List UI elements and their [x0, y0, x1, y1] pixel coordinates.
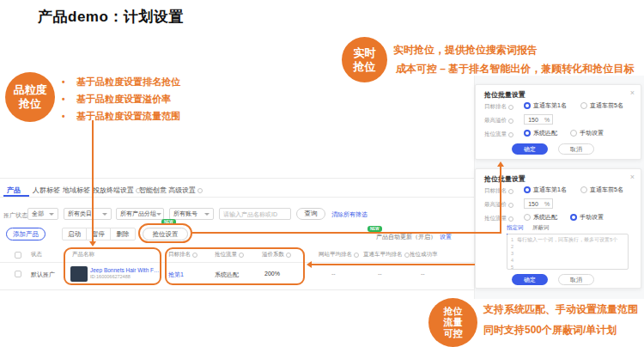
connector-line-to-table	[312, 264, 475, 265]
radio-rank-1[interactable]: 直通车第1名	[524, 101, 567, 110]
realtime-note-2: 成本可控 – 基于排名智能出价，兼顾转化和抢位目标	[396, 62, 634, 76]
account-select-value: 所有账号	[173, 210, 197, 218]
radio-manual-set[interactable]: 手动设置	[570, 213, 604, 222]
highlight-box-product-name	[64, 247, 161, 285]
slide-canvas: 产品demo：计划设置 品粒度 抢位 • 基于品粒度设置排名抢位 • 基于品粒度…	[0, 0, 644, 347]
rank-traffic-label: 抢位流量	[484, 131, 513, 138]
rank-traffic-label-text: 抢位流量	[484, 131, 507, 138]
product-group-select[interactable]: 所有产品分组	[116, 208, 164, 220]
line-numbers: 1 2 3 4 5	[511, 236, 513, 267]
target-rank-label-text: 目标排名	[484, 187, 507, 195]
radio-on-icon	[524, 102, 531, 109]
add-product-button[interactable]: 添加产品	[6, 228, 46, 240]
radio-manual-set-label: 手动设置	[580, 129, 604, 137]
close-icon[interactable]: ×	[630, 174, 635, 181]
left-badge-line1: 品粒度	[14, 83, 47, 97]
batch-rank-dialog-system: 抢位批量设置 × 目标排名 直通车第1名 直通车前5名 最高溢价 150 % 抢…	[475, 84, 641, 160]
bullet-icon: •	[62, 112, 65, 121]
premium-unit: %	[542, 114, 553, 125]
radio-rank-top5-label: 直通车前5名	[590, 186, 623, 194]
tab-device-settings[interactable]: 投放终端设置	[93, 186, 141, 195]
premium-value-input[interactable]: 150	[524, 114, 543, 125]
info-icon	[508, 132, 513, 137]
chevron-down-icon	[204, 213, 210, 216]
tab-region-labels[interactable]: 地域标签	[63, 186, 90, 195]
radio-rank-top5[interactable]: 直通车前5名	[580, 101, 623, 110]
traffic-note-2: 同时支持500个屏蔽词/单计划	[483, 323, 617, 338]
radio-system-match[interactable]: 系统匹配	[524, 129, 557, 137]
chevron-down-icon	[102, 213, 107, 216]
page-title: 产品demo：计划设置	[38, 7, 184, 27]
info-icon	[508, 203, 513, 208]
radio-manual-set[interactable]: 手动设置	[570, 129, 604, 137]
radio-rank-top5[interactable]: 直通车前5名	[580, 186, 623, 194]
traffic-badge: 抢位 流量 可控	[428, 298, 477, 347]
tab-smart-creative[interactable]: 智能创意	[139, 186, 167, 195]
cancel-button[interactable]: 取消	[558, 143, 594, 155]
dialog-title: 抢位批量设置	[484, 174, 526, 184]
row-site-avg-rank: --	[331, 271, 336, 277]
delete-button[interactable]: 删除	[111, 228, 135, 240]
auto-update-settings-link[interactable]: 设置	[440, 233, 452, 241]
status-select[interactable]: 全部	[27, 208, 58, 220]
arrow-up-icon	[497, 161, 504, 167]
pause-button[interactable]: 暂停	[87, 228, 111, 240]
radio-rank-top5-label: 直通车前5名	[590, 101, 623, 110]
confirm-button[interactable]: 确定	[512, 274, 548, 285]
product-group-select-value: 所有产品分组	[120, 210, 156, 218]
realtime-badge: 实时 抢位	[342, 37, 387, 82]
radio-system-match-label: 系统匹配	[533, 213, 557, 222]
col-success-rate: 抢位成功率	[410, 251, 438, 259]
row-p4p-avg-rank: --	[378, 271, 382, 277]
tab-advanced-settings[interactable]: 高级设置	[168, 186, 203, 195]
info-icon	[197, 188, 203, 193]
tab-products[interactable]: 产品	[7, 186, 21, 195]
auto-update-status: 产品自动更新（开启）	[376, 233, 436, 241]
close-icon[interactable]: ×	[630, 89, 635, 97]
tab-blocked-words[interactable]: 屏蔽词	[532, 224, 550, 234]
rank-traffic-label-text: 抢位流量	[484, 215, 507, 222]
left-badge: 品粒度 抢位	[5, 72, 55, 122]
col-status-label: 状态	[31, 251, 42, 259]
tab-audience-labels[interactable]: 人群标签	[33, 186, 60, 195]
radio-off-icon	[580, 102, 587, 109]
row-checkbox[interactable]	[15, 271, 21, 277]
highlight-box-rank-columns	[165, 247, 305, 285]
category-select-value: 所有类目	[68, 210, 92, 218]
confirm-button[interactable]: 确定	[512, 143, 548, 155]
tab-advanced-settings-label: 高级设置	[168, 186, 196, 195]
radio-rank-1-label: 直通车第1名	[533, 186, 567, 194]
left-bullet-1: • 基于品粒度设置排名抢位	[62, 73, 180, 88]
radio-rank-1[interactable]: 直通车第1名	[524, 186, 567, 194]
select-all-checkbox[interactable]	[15, 252, 21, 259]
max-premium-label: 最高溢价	[484, 201, 513, 209]
left-bullet-1-text: 基于品粒度设置排名抢位	[76, 76, 180, 87]
search-input[interactable]	[219, 208, 291, 220]
word-list-textarea[interactable]: 1 2 3 4 5 每行输入一个词，回车换行，最多可设置5个	[507, 234, 629, 270]
max-premium-label-text: 最高溢价	[484, 201, 507, 209]
auto-update-area: 产品自动更新（开启） 设置	[376, 233, 452, 241]
traffic-badge-line3: 可控	[444, 328, 463, 339]
radio-on-icon	[570, 214, 577, 221]
radio-system-match[interactable]: 系统匹配	[524, 213, 557, 222]
col-site-avg-rank: 网站平均排名	[319, 251, 359, 259]
radio-manual-set-label: 手动设置	[580, 213, 604, 222]
search-button[interactable]: 查询	[296, 208, 325, 220]
premium-value-input[interactable]: 150	[524, 198, 543, 209]
category-select[interactable]: 所有类目	[64, 208, 112, 220]
status-filter-label: 推广状态:	[3, 211, 29, 220]
connector-line-elbow-horizontal	[192, 232, 501, 234]
tab-device-settings-label: 投放终端设置	[93, 186, 134, 195]
info-icon	[508, 189, 513, 194]
clear-filters-link[interactable]: 清除所有筛选	[331, 210, 368, 219]
info-icon	[508, 105, 513, 110]
premium-unit: %	[542, 198, 553, 209]
account-select[interactable]: 所有账号	[169, 208, 214, 220]
row-status: 默认推广	[31, 271, 55, 279]
status-select-value: 全部	[32, 210, 44, 218]
realtime-badge-line2: 抢位	[354, 60, 376, 74]
chevron-down-icon	[49, 213, 54, 216]
info-icon	[354, 253, 359, 258]
cancel-button[interactable]: 取消	[558, 274, 594, 285]
start-button[interactable]: 启动	[63, 228, 87, 240]
